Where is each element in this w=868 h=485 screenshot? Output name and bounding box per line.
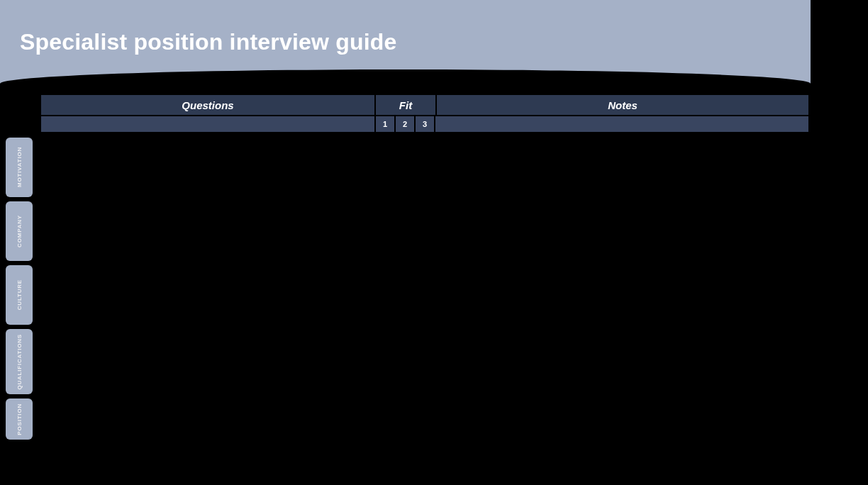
interview-table: Questions Fit Notes 1 2 3 (41, 95, 808, 132)
sidebar-tab-label: MOTIVATION (16, 147, 23, 187)
subheader-fit-2: 2 (396, 116, 414, 132)
subheader-questions-spacer (41, 116, 374, 132)
sidebar-tab-label: COMPANY (16, 215, 23, 247)
sidebar-tab-label: CULTURE (16, 279, 23, 310)
column-header-fit: Fit (376, 95, 435, 115)
sidebar-tab-culture[interactable]: CULTURE (6, 265, 33, 325)
category-sidebar: MOTIVATION COMPANY CULTURE QUALIFICATION… (6, 138, 33, 440)
sidebar-tab-label: QUALIFICATIONS (16, 334, 23, 390)
sidebar-tab-motivation[interactable]: MOTIVATION (6, 138, 33, 197)
column-header-notes: Notes (437, 95, 808, 115)
sidebar-tab-label: POSITION (16, 403, 23, 435)
column-header-questions: Questions (41, 95, 374, 115)
subheader-fit-3: 3 (416, 116, 434, 132)
sidebar-tab-company[interactable]: COMPANY (6, 201, 33, 261)
sidebar-tab-position[interactable]: POSITION (6, 398, 33, 440)
subheader-fit-1: 1 (376, 116, 394, 132)
content-stage: MOTIVATION COMPANY CULTURE QUALIFICATION… (0, 85, 868, 485)
sidebar-tab-qualifications[interactable]: QUALIFICATIONS (6, 329, 33, 394)
header-banner: Specialist position interview guide (0, 0, 811, 85)
page-title: Specialist position interview guide (20, 29, 397, 55)
banner-curve-decoration (0, 69, 811, 85)
table-header-row: Questions Fit Notes (41, 95, 808, 115)
table-subheader-row: 1 2 3 (41, 116, 808, 132)
subheader-notes-spacer (435, 116, 808, 132)
